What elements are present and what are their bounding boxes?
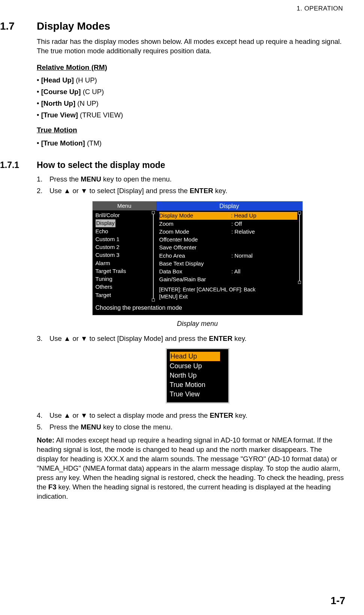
step4-or: or: [70, 411, 81, 419]
rm-list: [Head Up] (H UP)[Course Up] (C UP)[North…: [37, 76, 345, 120]
step2-mid: to select [Display] and press the: [87, 187, 190, 195]
page-number: 1-7: [331, 594, 345, 608]
tm-list: [True Motion] (TM): [37, 139, 345, 148]
step3-post: key.: [232, 334, 247, 342]
tm-heading: True Motion: [37, 125, 345, 135]
step2-post: key.: [213, 187, 228, 195]
menu-item: Others: [96, 283, 151, 291]
display-menu-figure: Menu Brill/ColorDisplayEchoCustom 1Custo…: [92, 201, 303, 315]
section-number: 1.7: [0, 19, 37, 33]
subsection-title: How to select the display mode: [37, 159, 165, 171]
up-arrow-icon: [64, 187, 70, 195]
display-setting-row: Gain/Sea/Rain Bar: [159, 276, 297, 283]
menu-item: Alarm: [96, 260, 151, 267]
step4-key: ENTER: [210, 411, 233, 419]
step2-key: ENTER: [190, 187, 213, 195]
step2-pre: Use: [49, 187, 64, 195]
menu-item: Echo: [96, 228, 151, 235]
section-intro: This radar has the display modes shown b…: [37, 37, 345, 56]
popup-option: True Motion: [170, 380, 225, 389]
display-mode-popup: Head UpCourse UpNorth UpTrue MotionTrue …: [166, 348, 229, 403]
display-panel-title: Display: [156, 201, 303, 211]
display-setting-row: Zoom Mode: Relative: [159, 228, 297, 236]
down-arrow-icon: [81, 187, 87, 195]
menu-item: Target: [96, 291, 151, 299]
down-arrow-icon: [81, 411, 87, 419]
popup-option: True View: [170, 390, 225, 399]
display-setting-row: Offcenter Mode: [159, 236, 297, 243]
note-key: F3: [48, 483, 57, 491]
step5-post: key to close the menu.: [101, 423, 172, 431]
step4-mid: to select a display mode and press the: [87, 411, 210, 419]
footer-line-2: [MENU] Exit: [159, 293, 300, 300]
popup-option: Head Up: [170, 352, 220, 361]
step1-key: MENU: [81, 175, 101, 183]
menu-item: Display: [96, 219, 151, 227]
menu-scrollbar: [152, 211, 155, 302]
step4-post: key.: [233, 411, 247, 419]
up-arrow-icon: [64, 411, 70, 419]
display-setting-row: Echo Area: Normal: [159, 252, 297, 260]
menu-item: Custom 2: [96, 243, 151, 251]
list-item: [True View] (TRUE VIEW): [37, 111, 345, 120]
step4-pre: Use: [49, 411, 64, 419]
step5-key: MENU: [81, 423, 101, 431]
down-arrow-icon: [81, 334, 87, 342]
list-item: [Head Up] (H UP): [37, 76, 345, 85]
display-settings-list: Display Mode: Head UpZoom: OffZoom Mode:…: [159, 212, 297, 284]
list-item: [Course Up] (C UP): [37, 87, 345, 97]
section-title: Display Modes: [37, 19, 110, 33]
menu-item: Tuning: [96, 275, 151, 283]
step-3: Use or to select [Display Mode] and pres…: [37, 334, 345, 408]
menu-item: Target Trails: [96, 267, 151, 275]
list-item: [True Motion] (TM): [37, 139, 345, 148]
display-scrollbar: [298, 212, 301, 284]
step3-key: ENTER: [209, 334, 232, 342]
up-arrow-icon: [64, 334, 70, 342]
step1-pre: Press the: [49, 175, 81, 183]
display-setting-row: Save Offcenter: [159, 244, 297, 251]
running-header: 1. OPERATION: [0, 4, 343, 13]
note-label: Note:: [37, 436, 54, 444]
display-setting-row: Display Mode: Head Up: [159, 212, 297, 219]
figure-status-bar: Choosing the presentation mode: [93, 302, 303, 315]
step3-pre: Use: [49, 334, 64, 342]
menu-panel-title: Menu: [93, 201, 156, 210]
step2-or: or: [70, 187, 81, 195]
menu-item: Custom 1: [96, 236, 151, 243]
step-4: Use or to select a display mode and pres…: [37, 411, 345, 420]
rm-heading: Relative Motion (RM): [37, 63, 345, 72]
step1-post: key to open the menu.: [101, 175, 172, 183]
subsection-number: 1.7.1: [0, 159, 37, 171]
step-1: Press the MENU key to open the menu.: [37, 175, 345, 184]
note-paragraph: Note: All modes except head up require a…: [37, 436, 345, 501]
display-setting-row: Zoom: Off: [159, 220, 297, 228]
figure-caption: Display menu: [177, 319, 218, 328]
step3-mid: to select [Display Mode] and press the: [87, 334, 209, 342]
step3-or: or: [70, 334, 81, 342]
step5-pre: Press the: [49, 423, 81, 431]
display-setting-row: Base Text Display: [159, 260, 297, 267]
menu-list: Brill/ColorDisplayEchoCustom 1Custom 2Cu…: [96, 211, 151, 302]
footer-line-1: [ENTER]: Enter [CANCEL/HL OFF]: Back: [159, 286, 300, 293]
menu-item: Custom 3: [96, 251, 151, 259]
step-5: Press the MENU key to close the menu.: [37, 423, 345, 432]
list-item: [North Up] (N UP): [37, 99, 345, 108]
menu-item: Brill/Color: [96, 212, 151, 219]
step-2: Use or to select [Display] and press the…: [37, 186, 345, 332]
popup-option: Course Up: [170, 362, 225, 370]
display-setting-row: Data Box: All: [159, 268, 297, 275]
display-footer: [ENTER]: Enter [CANCEL/HL OFF]: Back [ME…: [156, 285, 303, 303]
popup-option: North Up: [170, 371, 225, 380]
note-body-b: key. When the heading signal is restored…: [37, 483, 331, 500]
